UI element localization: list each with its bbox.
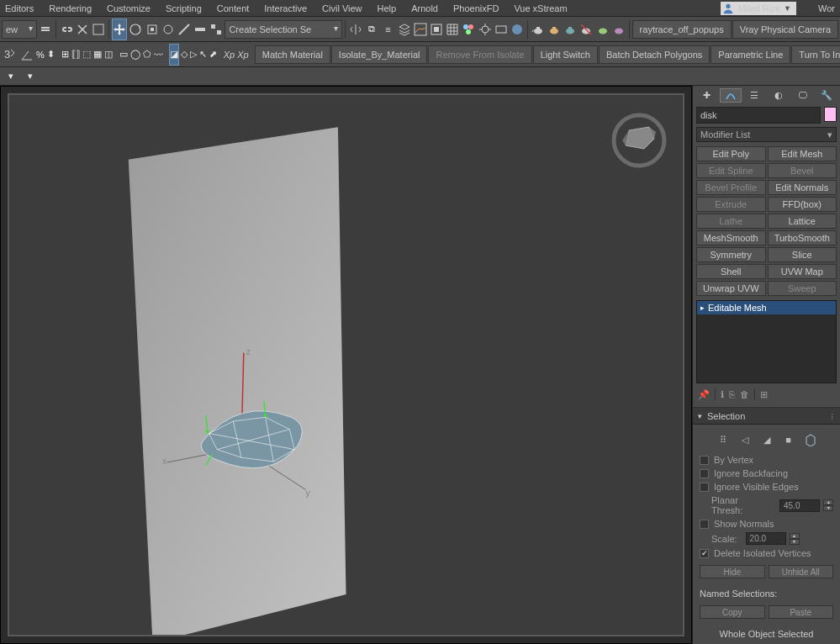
light-switch-button[interactable]: Light Switch xyxy=(533,45,598,64)
sel-region-circ-icon[interactable]: ◯ xyxy=(129,44,141,66)
color-swatch[interactable] xyxy=(824,107,837,122)
sel-region-rect-icon[interactable]: ▭ xyxy=(119,44,129,66)
btn-edit-mesh[interactable]: Edit Mesh xyxy=(768,146,837,161)
menu-help[interactable]: Help xyxy=(378,3,397,13)
selection-header[interactable]: ▾ Selection ⫶ xyxy=(693,408,840,425)
mirror-icon[interactable] xyxy=(348,18,363,40)
tool-icon-1[interactable] xyxy=(91,18,106,40)
grid-icon[interactable] xyxy=(445,18,460,40)
match-material-button[interactable]: Match Material xyxy=(255,45,330,64)
tab-create-icon[interactable]: ✚ xyxy=(695,88,718,103)
ignore-visible-checkbox[interactable]: Ignore Visible Edges xyxy=(700,482,833,492)
curve-editor-icon[interactable] xyxy=(413,18,428,40)
create-selection-dropdown[interactable]: Create Selection Se xyxy=(225,20,342,39)
small-icon-2[interactable]: ▾ xyxy=(21,68,40,85)
paste-button[interactable]: Paste xyxy=(769,605,834,619)
teapot-icon-1[interactable] xyxy=(531,18,546,40)
by-vertex-checkbox[interactable]: By Vertex xyxy=(700,455,833,465)
link-icon[interactable] xyxy=(59,18,74,40)
teapot-icon-4[interactable] xyxy=(578,18,594,40)
planar-thresh-value[interactable]: 45.0 xyxy=(779,499,820,512)
btn-lattice[interactable]: Lattice xyxy=(768,214,837,229)
tool-icon-3[interactable] xyxy=(177,18,192,40)
turn-to-instance-button[interactable]: Turn To Insta xyxy=(791,45,840,64)
window-crossing-icon[interactable]: ◪ xyxy=(169,44,179,66)
tool-icon-5[interactable] xyxy=(209,18,224,40)
sel-brackets-icon[interactable]: ⟦⟧ xyxy=(71,44,81,66)
menu-content[interactable]: Content xyxy=(217,3,250,13)
btn-edit-poly[interactable]: Edit Poly xyxy=(696,146,766,161)
btn-meshsmooth[interactable]: MeshSmooth xyxy=(696,230,766,245)
axis-y-icon[interactable]: Xp xyxy=(236,44,249,66)
unlink-icon[interactable] xyxy=(75,18,90,40)
configure-icon[interactable]: ⊞ xyxy=(760,389,768,400)
sel-region-lasso-icon[interactable]: 〰 xyxy=(153,44,164,66)
tab-utilities-icon[interactable]: 🔧 xyxy=(816,88,838,103)
face-subobj-icon[interactable]: ◢ xyxy=(760,433,774,446)
icon-b[interactable]: ▦ xyxy=(92,44,103,66)
menu-phoenixfd[interactable]: PhoenixFD xyxy=(453,3,499,13)
view-dropdown[interactable]: ew xyxy=(2,20,37,39)
select-scale-icon[interactable] xyxy=(144,18,159,40)
delete-iso-checkbox[interactable]: ✔Delete Isolated Vertices xyxy=(700,548,833,558)
axis-x-icon[interactable]: Xp xyxy=(223,44,235,66)
arrow-cursor-icon[interactable]: ↖ xyxy=(198,44,208,66)
tool-icon-4[interactable] xyxy=(193,18,208,40)
menu-editors[interactable]: Editors xyxy=(5,3,34,13)
teapot-icon-2[interactable] xyxy=(547,18,562,40)
tool-i2[interactable]: ▷ xyxy=(189,44,198,66)
polygon-subobj-icon[interactable]: ■ xyxy=(782,433,795,446)
select-move-icon[interactable] xyxy=(112,18,127,40)
tool-icon-2[interactable] xyxy=(161,18,176,40)
teapot-icon-3[interactable] xyxy=(563,18,578,40)
object-name-input[interactable] xyxy=(696,107,821,124)
batch-detach-button[interactable]: Batch Detach Polygons xyxy=(599,45,710,64)
rollout-grip-icon[interactable]: ⫶ xyxy=(830,411,835,421)
menu-civilview[interactable]: Civil View xyxy=(322,3,362,13)
raytrace-button[interactable]: raytrace_off_popups xyxy=(632,20,732,39)
copy-button[interactable]: Copy xyxy=(700,605,765,619)
unhide-all-button[interactable]: Unhide All xyxy=(769,565,834,578)
align-icon[interactable]: ⧉ xyxy=(364,18,379,40)
vray-cam-button[interactable]: Vray Physical Camera xyxy=(732,20,838,39)
snap-toggle-icon[interactable]: 3 xyxy=(2,44,18,66)
btn-turbosmooth[interactable]: TurboSmooth xyxy=(768,230,837,245)
menu-rendering[interactable]: Rendering xyxy=(49,3,92,13)
material-editor-icon[interactable] xyxy=(461,18,476,40)
btn-shell[interactable]: Shell xyxy=(696,264,766,279)
user-chip[interactable]: Miled Rizk ▼ xyxy=(721,2,796,15)
render-setup-icon[interactable] xyxy=(478,18,493,40)
small-icon-1[interactable]: ▾ xyxy=(2,68,20,85)
tab-motion-icon[interactable]: ◐ xyxy=(768,88,790,103)
modifier-list-dropdown[interactable]: Modifier List xyxy=(696,127,837,143)
show-end-icon[interactable]: ℹ xyxy=(721,389,724,400)
btn-ffd-box[interactable]: FFD(box) xyxy=(768,197,837,212)
tab-hierarchy-icon[interactable]: ☰ xyxy=(743,88,766,103)
tool-i1[interactable]: ◇ xyxy=(180,44,188,66)
tab-display-icon[interactable]: 🖵 xyxy=(791,88,814,103)
remove-mod-icon[interactable]: 🗑 xyxy=(740,389,749,399)
element-subobj-icon[interactable] xyxy=(804,433,817,446)
render-icon[interactable] xyxy=(510,18,525,40)
menu-vuexstream[interactable]: Vue xStream xyxy=(514,3,567,13)
tool-icon-6[interactable]: ≡ xyxy=(380,18,395,40)
tab-modify-icon[interactable] xyxy=(720,88,742,103)
viewcube[interactable] xyxy=(605,105,673,172)
edge-subobj-icon[interactable]: ◁ xyxy=(738,433,752,446)
icon-a[interactable]: ⬚ xyxy=(82,44,92,66)
icon-c[interactable]: ◫ xyxy=(103,44,114,66)
menu-scripting[interactable]: Scripting xyxy=(166,3,202,13)
schematic-icon[interactable] xyxy=(429,18,444,40)
make-unique-icon[interactable]: ⎘ xyxy=(729,389,735,399)
isolate-material-button[interactable]: Isolate_By_Material xyxy=(331,45,428,64)
percent-snap-icon[interactable]: % xyxy=(35,44,45,66)
render-frame-icon[interactable] xyxy=(494,18,509,40)
remove-isolate-button[interactable]: Remove From Isolate xyxy=(428,45,531,64)
viewport[interactable]: z x y xyxy=(0,86,692,644)
modifier-stack[interactable]: ▸ Editable Mesh xyxy=(696,300,837,383)
layer-icon[interactable] xyxy=(397,18,412,40)
dropdown-arrow-icon[interactable] xyxy=(38,18,53,40)
tool-i3[interactable]: ⬈ xyxy=(209,44,218,66)
btn-unwrap-uvw[interactable]: Unwrap UVW xyxy=(696,281,766,296)
btn-slice[interactable]: Slice xyxy=(768,247,837,262)
